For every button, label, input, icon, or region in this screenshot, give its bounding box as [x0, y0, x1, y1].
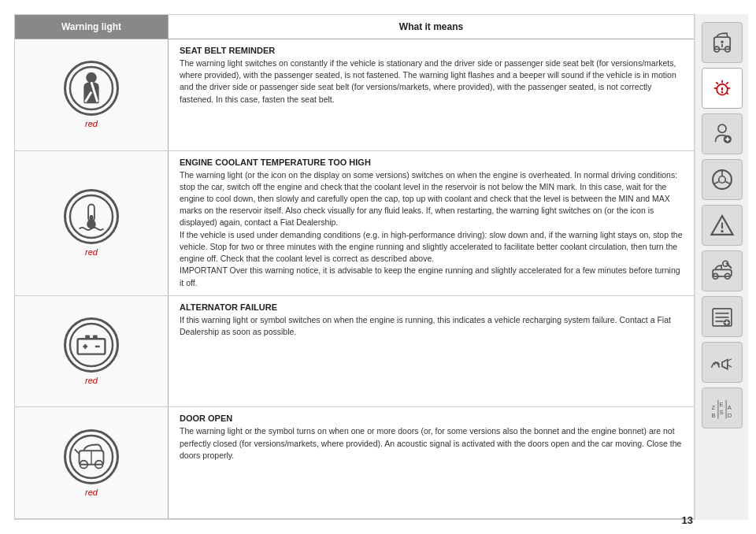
svg-text:B: B — [711, 412, 715, 419]
warning-cell-coolant: red — [15, 151, 169, 295]
alternator-title: ALTERNATOR FAILURE — [180, 302, 683, 312]
alternator-icon — [64, 317, 119, 373]
svg-line-31 — [726, 92, 728, 95]
coolant-text: The warning light (or the icon on the di… — [180, 169, 683, 289]
sidebar-icon-language[interactable]: Z B E S A D — [702, 388, 743, 428]
sidebar-icon-music-signal[interactable] — [702, 342, 743, 383]
seatbelt-icon — [64, 61, 119, 116]
sidebar-icon-car-info[interactable] — [702, 22, 743, 63]
seatbelt-label: red — [85, 119, 98, 128]
meaning-cell-door: DOOR OPEN The warning light or the symbo… — [169, 407, 694, 518]
svg-text:A: A — [727, 404, 732, 411]
coolant-title: ENGINE COOLANT TEMPERATURE TOO HIGH — [180, 158, 683, 167]
warning-cell-alternator: red — [15, 296, 169, 407]
warning-cell-door: red — [15, 407, 169, 518]
svg-point-8 — [70, 324, 113, 366]
door-text: The warning light or the symbol turns on… — [180, 425, 683, 462]
svg-point-23 — [721, 40, 723, 43]
door-title: DOOR OPEN — [180, 413, 683, 423]
table-row: red SEAT BELT REMINDER The warning light… — [15, 39, 694, 151]
meaning-cell-coolant: ENGINE COOLANT TEMPERATURE TOO HIGH The … — [169, 151, 694, 295]
seatbelt-text: The warning light switches on constantly… — [180, 57, 683, 106]
sidebar-icon-steering-wheel[interactable] — [702, 159, 743, 200]
svg-point-39 — [718, 176, 725, 184]
alternator-text: If this warning light or symbol switches… — [180, 314, 683, 338]
svg-rect-9 — [78, 339, 106, 354]
svg-rect-11 — [93, 336, 98, 339]
right-sidebar: Z B E S A D — [695, 14, 748, 520]
sidebar-icon-person-service[interactable] — [702, 113, 743, 154]
svg-point-34 — [717, 124, 725, 132]
coolant-label: red — [85, 247, 98, 257]
warning-light-header: Warning light — [15, 15, 169, 39]
table-row: red DOOR OPEN The warning light or the s… — [15, 407, 694, 519]
meaning-cell-seatbelt: SEAT BELT REMINDER The warning light swi… — [169, 39, 694, 150]
main-table: Warning light What it means red — [14, 14, 695, 520]
svg-rect-10 — [85, 336, 90, 339]
coolant-icon — [64, 189, 119, 244]
table-body: red SEAT BELT REMINDER The warning light… — [15, 39, 694, 519]
alternator-label: red — [85, 376, 98, 385]
sidebar-icon-settings-list[interactable] — [702, 296, 743, 337]
svg-text:E: E — [719, 401, 723, 408]
meaning-cell-alternator: ALTERNATOR FAILURE If this warning light… — [169, 296, 694, 407]
svg-text:Z: Z — [711, 404, 715, 411]
sidebar-icon-triangle-warning[interactable] — [702, 205, 743, 246]
table-row: red ALTERNATOR FAILURE If this warning l… — [15, 296, 694, 408]
svg-line-29 — [726, 82, 728, 84]
svg-text:S: S — [719, 410, 723, 417]
svg-text:D: D — [727, 412, 732, 419]
svg-point-45 — [721, 230, 723, 232]
svg-rect-46 — [713, 269, 732, 276]
svg-point-27 — [721, 91, 723, 94]
svg-line-32 — [716, 82, 718, 84]
page-number: 13 — [682, 514, 693, 526]
warning-cell-seatbelt: red — [15, 39, 169, 150]
svg-point-1 — [86, 72, 97, 83]
table-header: Warning light What it means — [15, 15, 694, 39]
sidebar-icon-car-wrench[interactable] — [702, 250, 743, 291]
table-row: red ENGINE COOLANT TEMPERATURE TOO HIGH … — [15, 151, 694, 296]
door-icon — [64, 429, 119, 484]
sidebar-icon-warning-mail[interactable] — [702, 68, 743, 109]
seatbelt-title: SEAT BELT REMINDER — [180, 46, 683, 55]
what-it-means-header: What it means — [169, 15, 694, 39]
door-label: red — [85, 488, 98, 497]
